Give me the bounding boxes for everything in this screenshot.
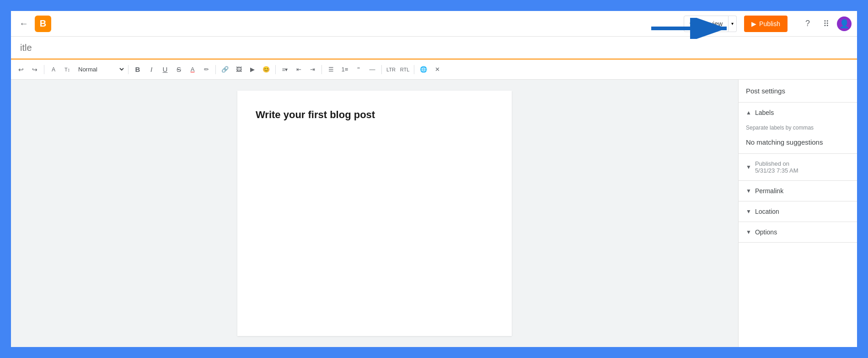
preview-dropdown-button[interactable]: ▾ (729, 16, 737, 32)
published-date: 5/31/23 7:35 AM (755, 167, 798, 174)
toolbar-indent-decrease-button[interactable]: ⇤ (292, 63, 305, 76)
toolbar-indent-increase-button[interactable]: ⇥ (306, 63, 319, 76)
preview-button-group[interactable]: 👁 Preview ▾ (684, 16, 737, 32)
preview-button[interactable]: 👁 Preview (684, 16, 729, 32)
published-chevron-down-icon: ▼ (746, 164, 751, 170)
toolbar-redo-button[interactable]: ↪ (28, 63, 41, 76)
labels-section: ▲ Labels Separate labels by commas No ma… (739, 103, 857, 154)
help-icon: ? (805, 19, 810, 28)
toolbar-separator-2 (128, 65, 129, 74)
header-bar: ← B 👁 Previe (11, 11, 857, 37)
format-select[interactable]: Normal Heading 1 Heading 2 Heading 3 Hea… (75, 65, 125, 74)
back-button[interactable]: ← (16, 16, 31, 31)
post-title-input[interactable] (20, 43, 848, 53)
toolbar-separator-3 (215, 65, 216, 74)
preview-label: Preview (700, 20, 723, 27)
options-section: ▼ Options (739, 222, 857, 243)
toolbar-separator-1 (44, 65, 44, 74)
options-section-header[interactable]: ▼ Options (739, 222, 857, 242)
toolbar-clear-format-button[interactable]: ✕ (431, 63, 444, 76)
post-settings-sidebar: Post settings ▲ Labels Separate labels b… (738, 80, 857, 347)
location-chevron-down-icon: ▼ (746, 208, 751, 215)
labels-hint: Separate labels by commas (739, 123, 857, 135)
editor-paper[interactable]: Write your first blog post (237, 91, 512, 336)
permalink-label: Permalink (755, 187, 783, 195)
toolbar-underline-button[interactable]: U (159, 63, 171, 76)
sidebar-title: Post settings (739, 80, 857, 103)
labels-label: Labels (755, 109, 774, 116)
published-section: ▼ Published on 5/31/23 7:35 AM (739, 154, 857, 181)
toolbar-undo-button[interactable]: ↩ (15, 63, 27, 76)
publish-label: Publish (759, 20, 780, 27)
toolbar-ul-button[interactable]: ☰ (325, 63, 338, 76)
toolbar-highlight-button[interactable]: ✏ (200, 63, 213, 76)
publish-icon: ▶ (751, 20, 756, 27)
toolbar-ol-button[interactable]: 1≡ (338, 63, 351, 76)
toolbar-separator-7 (414, 65, 414, 74)
published-on-label: Published on (755, 160, 798, 167)
main-content-area: Write your first blog post Post settings… (11, 80, 857, 347)
toolbar-video-button[interactable]: ▶ (246, 63, 259, 76)
location-section-header[interactable]: ▼ Location (739, 201, 857, 222)
toolbar-text-color-button[interactable]: A (186, 63, 199, 76)
toolbar-rtl-button[interactable]: RTL (398, 63, 411, 76)
toolbar-emoji-button[interactable]: 😊 (260, 63, 273, 76)
help-button[interactable]: ? (800, 16, 815, 31)
toolbar-separator-6 (381, 65, 382, 74)
toolbar-hr-button[interactable]: — (366, 63, 379, 76)
eye-icon: 👁 (690, 20, 697, 28)
editor-content[interactable]: Write your first blog post (256, 109, 493, 121)
user-avatar[interactable]: 👤 (837, 16, 852, 31)
permalink-section-header[interactable]: ▼ Permalink (739, 181, 857, 201)
labels-chevron-up-icon: ▲ (746, 109, 751, 116)
formatting-toolbar: ↩ ↪ A T↕ Normal Heading 1 Heading 2 Head… (11, 60, 857, 80)
no-matching-suggestions: No matching suggestions (739, 135, 857, 153)
published-on-info: Published on 5/31/23 7:35 AM (755, 160, 798, 174)
options-label: Options (755, 228, 777, 236)
labels-section-header[interactable]: ▲ Labels (739, 103, 857, 123)
title-area (11, 37, 857, 60)
toolbar-bold-button[interactable]: B (131, 63, 144, 76)
apps-button[interactable]: ⠿ (819, 16, 833, 31)
editor-area: Write your first blog post (11, 80, 738, 347)
publish-button[interactable]: ▶ Publish (744, 16, 788, 32)
chevron-down-icon: ▾ (731, 21, 734, 26)
toolbar-web-button[interactable]: 🌐 (417, 63, 430, 76)
toolbar-quote-button[interactable]: " (352, 63, 365, 76)
options-chevron-down-icon: ▼ (746, 229, 751, 235)
toolbar-image-button[interactable]: 🖼 (232, 63, 245, 76)
permalink-chevron-down-icon: ▼ (746, 188, 751, 194)
toolbar-separator-5 (321, 65, 322, 74)
apps-grid-icon: ⠿ (823, 19, 829, 29)
blogger-logo: B (35, 16, 51, 32)
published-section-header[interactable]: ▼ Published on 5/31/23 7:35 AM (739, 154, 857, 180)
toolbar-align-button[interactable]: ≡▾ (279, 63, 291, 76)
toolbar-text-style-button[interactable]: A (47, 63, 60, 76)
toolbar-strikethrough-button[interactable]: S (172, 63, 185, 76)
location-label: Location (755, 208, 779, 215)
location-section: ▼ Location (739, 201, 857, 222)
toolbar-link-button[interactable]: 🔗 (219, 63, 231, 76)
toolbar-italic-button[interactable]: I (145, 63, 158, 76)
toolbar-font-size-button[interactable]: T↕ (61, 63, 74, 76)
toolbar-separator-4 (275, 65, 276, 74)
permalink-section: ▼ Permalink (739, 181, 857, 201)
toolbar-ltr-button[interactable]: LTR (385, 63, 397, 76)
